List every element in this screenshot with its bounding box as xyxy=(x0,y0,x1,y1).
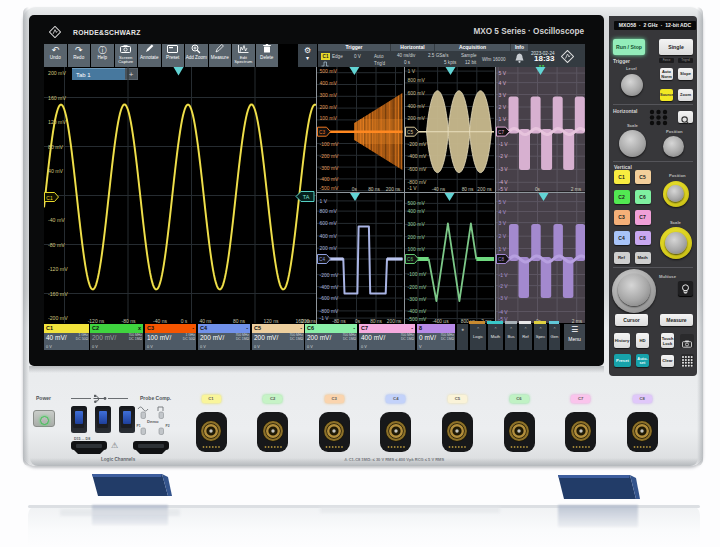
svg-text:3 V: 3 V xyxy=(498,92,506,98)
svg-text:-800 mV: -800 mV xyxy=(320,307,340,313)
svg-text:-4 V: -4 V xyxy=(498,179,508,185)
svg-text:-400 µs: -400 µs xyxy=(432,319,449,324)
svg-text:-200 mV: -200 mV xyxy=(407,141,427,147)
svg-text:80 ns: 80 ns xyxy=(233,318,246,323)
svg-text:2 V: 2 V xyxy=(498,104,506,110)
svg-text:2 ms: 2 ms xyxy=(571,319,582,324)
svg-text:200 mV: 200 mV xyxy=(48,70,66,76)
svg-text:C6: C6 xyxy=(407,257,413,262)
svg-text:P1: P1 xyxy=(137,424,141,428)
svg-text:C5: C5 xyxy=(407,130,413,135)
svg-text:400 mV: 400 mV xyxy=(407,208,425,214)
svg-text:-1 V: -1 V xyxy=(498,271,508,277)
svg-text:200 ns: 200 ns xyxy=(301,318,316,323)
svg-text:-600 mV: -600 mV xyxy=(407,166,427,172)
svg-text:-3 V: -3 V xyxy=(498,166,508,172)
svg-text:C4: C4 xyxy=(319,257,325,262)
svg-text:1 V: 1 V xyxy=(498,116,506,122)
svg-text:-500 mV: -500 mV xyxy=(407,315,427,321)
svg-text:TA: TA xyxy=(303,194,310,200)
svg-text:1 V: 1 V xyxy=(320,197,328,203)
svg-text:-100 mV: -100 mV xyxy=(320,141,340,147)
svg-text:-100 mV: -100 mV xyxy=(407,270,427,276)
svg-text:400 mV: 400 mV xyxy=(320,232,338,238)
svg-text:40 ns: 40 ns xyxy=(199,318,212,323)
svg-text:300 mV: 300 mV xyxy=(320,92,338,98)
svg-text:-40 mV: -40 mV xyxy=(48,217,65,223)
svg-text:200 ns: 200 ns xyxy=(387,319,402,324)
svg-text:800 mV: 800 mV xyxy=(320,208,338,214)
svg-text:500 mV: 500 mV xyxy=(407,200,425,206)
svg-text:-2 V: -2 V xyxy=(498,282,508,288)
svg-text:-80 mV: -80 mV xyxy=(48,242,65,248)
svg-text:160 mV: 160 mV xyxy=(48,95,66,101)
svg-text:120 mV: 120 mV xyxy=(48,119,66,125)
svg-text:1 V: 1 V xyxy=(498,245,506,251)
svg-text:0 s: 0 s xyxy=(181,318,188,323)
svg-text:-400 mV: -400 mV xyxy=(407,153,427,159)
svg-text:200 mV: 200 mV xyxy=(320,104,338,110)
svg-text:-80 ns: -80 ns xyxy=(332,319,346,324)
svg-text:400 mV: 400 mV xyxy=(320,80,338,86)
svg-text:-3 V: -3 V xyxy=(498,294,508,300)
svg-text:C8: C8 xyxy=(498,257,504,262)
svg-text:-500 mV: -500 mV xyxy=(320,185,340,191)
svg-text:-300 mV: -300 mV xyxy=(320,165,340,171)
svg-text:C1: C1 xyxy=(46,195,53,201)
svg-text:600 mV: 600 mV xyxy=(407,90,425,96)
svg-text:40 mV: 40 mV xyxy=(48,168,64,174)
svg-text:-300 mV: -300 mV xyxy=(407,295,427,301)
svg-text:200 mV: 200 mV xyxy=(320,245,338,251)
svg-text:-80 ns: -80 ns xyxy=(122,318,136,323)
svg-text:100 mV: 100 mV xyxy=(407,245,425,251)
svg-text:5 V: 5 V xyxy=(498,70,506,76)
svg-text:-400 mV: -400 mV xyxy=(320,176,340,182)
svg-text:P2: P2 xyxy=(166,424,170,428)
svg-text:-200 mV: -200 mV xyxy=(320,153,340,159)
svg-text:-40 ns: -40 ns xyxy=(153,318,167,323)
svg-text:80 mV: 80 mV xyxy=(48,144,64,150)
svg-text:C7: C7 xyxy=(498,130,504,135)
svg-text:200 mV: 200 mV xyxy=(407,233,425,239)
svg-text:-2 V: -2 V xyxy=(498,153,508,159)
svg-text:-4 V: -4 V xyxy=(498,308,508,314)
svg-text:600 mV: 600 mV xyxy=(320,220,338,226)
svg-text:-800 mV: -800 mV xyxy=(407,179,427,185)
svg-text:-1 V: -1 V xyxy=(320,315,330,321)
svg-text:300 mV: 300 mV xyxy=(407,221,425,227)
svg-text:120 ns: 120 ns xyxy=(263,318,279,323)
svg-text:-200 mV: -200 mV xyxy=(320,271,340,277)
svg-text:-120 ns: -120 ns xyxy=(88,318,105,323)
svg-text:-1 V: -1 V xyxy=(407,185,417,191)
svg-text:400 mV: 400 mV xyxy=(407,103,425,109)
svg-text:800 mV: 800 mV xyxy=(407,77,425,83)
svg-text:80 ns: 80 ns xyxy=(370,319,382,324)
svg-text:-1 V: -1 V xyxy=(498,141,508,147)
svg-text:-600 mV: -600 mV xyxy=(320,295,340,301)
svg-text:1 V: 1 V xyxy=(407,68,415,74)
svg-text:-400 mV: -400 mV xyxy=(320,283,340,289)
svg-text:4 V: 4 V xyxy=(498,208,506,214)
svg-text:100 mV: 100 mV xyxy=(320,115,338,121)
svg-text:5 V: 5 V xyxy=(498,198,506,204)
svg-text:200 mV: 200 mV xyxy=(407,115,425,121)
svg-text:-200 mV: -200 mV xyxy=(48,315,68,321)
svg-text:500 mV: 500 mV xyxy=(320,68,338,74)
svg-text:3 V: 3 V xyxy=(498,219,506,225)
svg-text:-400 mV: -400 mV xyxy=(407,307,427,313)
svg-text:0s: 0s xyxy=(355,319,361,324)
svg-text:-160 mV: -160 mV xyxy=(48,291,68,297)
svg-text:4 V: 4 V xyxy=(498,80,506,86)
svg-text:C3: C3 xyxy=(319,130,325,135)
svg-text:2 V: 2 V xyxy=(498,233,506,239)
svg-text:-200 mV: -200 mV xyxy=(407,283,427,289)
svg-text:-120 mV: -120 mV xyxy=(48,266,68,272)
